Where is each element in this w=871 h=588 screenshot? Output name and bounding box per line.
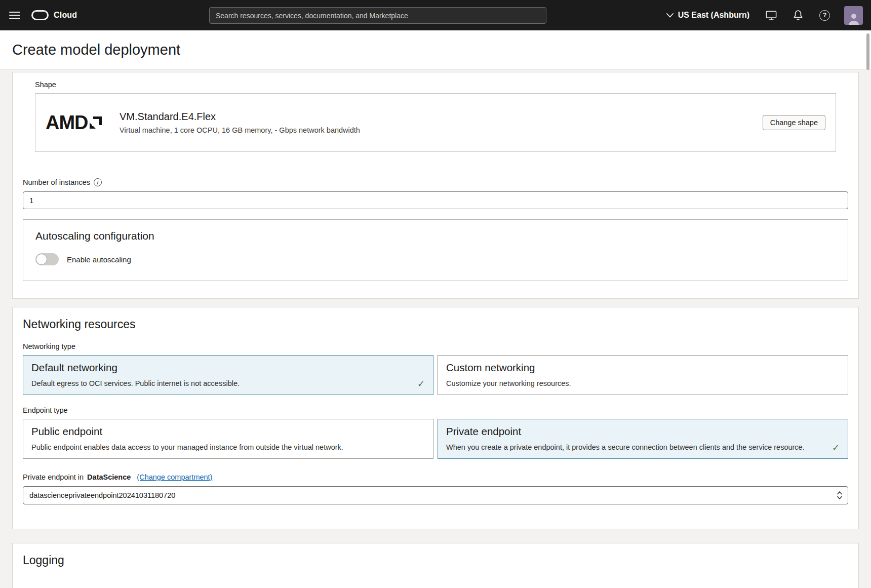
logging-card: Logging Logging configuration is optiona…: [12, 543, 859, 588]
check-icon: ✓: [832, 442, 840, 453]
instances-field: Number of instances i: [23, 178, 848, 209]
autoscaling-toggle[interactable]: [35, 253, 59, 265]
private-endpoint-select-value: datascienceprivateendpoint20241031180720: [29, 491, 175, 499]
page-title: Create model deployment: [12, 42, 180, 58]
select-stepper-icon: [837, 490, 843, 500]
menu-icon[interactable]: [9, 12, 20, 19]
chevron-down-icon: [666, 13, 674, 18]
shape-description: Virtual machine, 1 core OCPU, 16 GB memo…: [120, 126, 360, 134]
instance-config-card: Shape AMD VM.Standard.E4.Flex Virtual ma…: [12, 72, 859, 299]
shape-section: Shape AMD VM.Standard.E4.Flex Virtual ma…: [35, 81, 836, 152]
option-public-endpoint[interactable]: Public endpoint Public endpoint enables …: [23, 419, 433, 459]
oracle-cloud-logo[interactable]: Cloud: [31, 10, 77, 20]
instances-label: Number of instances: [23, 178, 90, 186]
option-private-endpoint[interactable]: Private endpoint When you create a priva…: [438, 419, 848, 459]
vertical-scrollbar[interactable]: [866, 33, 869, 70]
info-icon[interactable]: i: [94, 178, 102, 186]
autoscaling-toggle-label: Enable autoscaling: [67, 255, 131, 264]
amd-logo: AMD: [46, 112, 104, 134]
private-endpoint-compartment-line: Private endpoint in DataScience (Change …: [23, 473, 848, 481]
brand-label: Cloud: [54, 11, 77, 20]
logging-title: Logging: [23, 554, 848, 567]
amd-arrow-icon: [90, 116, 102, 129]
search-input[interactable]: [209, 7, 546, 24]
shape-name: VM.Standard.E4.Flex: [120, 111, 360, 123]
option-custom-networking[interactable]: Custom networking Customize your network…: [438, 355, 848, 395]
page-title-bar: Create model deployment: [0, 30, 871, 70]
change-shape-button[interactable]: Change shape: [763, 115, 825, 130]
main-content: Shape AMD VM.Standard.E4.Flex Virtual ma…: [0, 70, 871, 588]
option-default-networking[interactable]: Default networking Default egress to OCI…: [23, 355, 433, 395]
help-icon[interactable]: ?: [819, 10, 830, 21]
person-icon: [847, 12, 860, 25]
endpoint-type-label: Endpoint type: [23, 406, 848, 414]
shape-tile: AMD VM.Standard.E4.Flex Virtual machine,…: [35, 93, 836, 152]
top-navbar: Cloud US East (Ashburn) ?: [0, 0, 871, 30]
private-endpoint-in-label: Private endpoint in: [23, 473, 84, 481]
notifications-bell-icon[interactable]: [793, 10, 803, 21]
compartment-name: DataScience: [87, 473, 131, 481]
shape-label: Shape: [35, 81, 836, 89]
networking-card: Networking resources Networking type Def…: [12, 307, 859, 529]
amd-logo-text: AMD: [46, 112, 88, 134]
instances-input[interactable]: [23, 191, 848, 209]
oracle-o-icon: [31, 10, 49, 20]
cloud-shell-icon[interactable]: [766, 10, 777, 21]
autoscaling-title: Autoscaling configuration: [35, 230, 836, 242]
change-compartment-link[interactable]: (Change compartment): [137, 473, 212, 481]
toggle-knob: [36, 254, 47, 265]
check-icon: ✓: [417, 378, 425, 389]
autoscaling-section: Autoscaling configuration Enable autosca…: [23, 219, 848, 281]
user-avatar[interactable]: [844, 6, 863, 25]
region-label: US East (Ashburn): [678, 11, 749, 20]
networking-title: Networking resources: [23, 318, 848, 331]
region-selector[interactable]: US East (Ashburn): [666, 11, 749, 20]
networking-type-label: Networking type: [23, 342, 848, 350]
private-endpoint-select[interactable]: datascienceprivateendpoint20241031180720: [23, 486, 848, 504]
